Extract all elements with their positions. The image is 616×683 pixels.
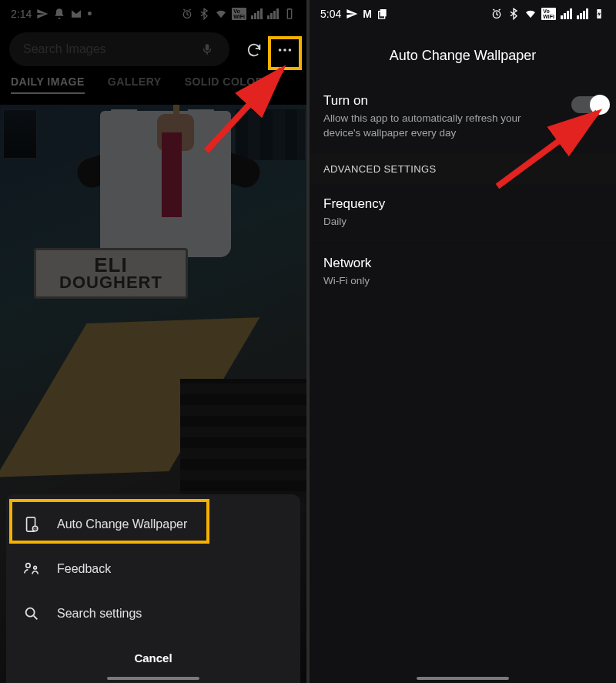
sheet-item-auto-change-wallpaper[interactable]: Auto Change Wallpaper: [6, 502, 300, 547]
status-dot: •: [87, 6, 92, 22]
section-advanced: ADVANCED SETTINGS: [310, 154, 616, 184]
svg-point-9: [34, 566, 37, 569]
search-icon: [23, 605, 40, 622]
signal-icon: [251, 8, 263, 19]
turn-on-toggle[interactable]: [571, 96, 605, 113]
svg-point-8: [26, 564, 31, 568]
search-input[interactable]: [23, 42, 180, 56]
mic-icon[interactable]: [200, 42, 214, 56]
alarm-icon: [490, 8, 503, 20]
svg-rect-1: [287, 9, 291, 18]
wifi-icon: [215, 8, 227, 20]
top-row: [0, 28, 306, 72]
tab-daily-image[interactable]: DAILY IMAGE: [11, 75, 85, 88]
signal-icon-2: [267, 8, 279, 19]
svg-point-4: [283, 49, 286, 52]
tabs: DAILY IMAGE GALLERY SOLID COLOR: [0, 72, 306, 95]
page-title: Auto Change Wallpaper: [310, 28, 616, 81]
svg-point-10: [26, 608, 35, 617]
right-phone: 5:04 M VoWiFi Auto Change Wallpaper Turn…: [310, 0, 616, 683]
svg-rect-2: [289, 8, 291, 9]
mural-window-2: [236, 109, 305, 160]
status-bar: 5:04 M VoWiFi: [310, 0, 616, 28]
vowifi-badge: VoWiFi: [232, 8, 246, 20]
m-icon: M: [363, 8, 372, 20]
feedback-icon: [23, 561, 40, 578]
left-phone: 2:14 • VoWiFi DAIL: [0, 0, 306, 683]
toggle-knob: [590, 95, 610, 115]
row-turn-on[interactable]: Turn on Allow this app to automatically …: [310, 81, 616, 154]
status-bar: 2:14 • VoWiFi: [0, 0, 306, 28]
frequency-title: Frequency: [323, 196, 602, 212]
signal-icon-2: [577, 8, 588, 19]
vowifi-badge: VoWiFi: [541, 8, 556, 20]
svg-rect-12: [380, 9, 387, 16]
signal-icon: [561, 8, 572, 19]
sheet-cancel[interactable]: Cancel: [6, 636, 300, 683]
sheet-item-label: Feedback: [57, 562, 111, 576]
mural-sign: ELIDOUGHERT: [34, 248, 188, 299]
search-bar[interactable]: [9, 32, 229, 66]
tab-solid-color[interactable]: SOLID COLOR: [185, 75, 264, 88]
mail-icon: [70, 8, 82, 20]
svg-point-5: [289, 49, 292, 52]
battery-charging-icon: [593, 8, 605, 20]
status-time: 5:04: [320, 8, 341, 20]
wallpaper-gear-icon: [23, 516, 40, 533]
nav-bar-handle[interactable]: [417, 677, 509, 680]
bluetooth-icon: [507, 8, 520, 20]
refresh-button[interactable]: [239, 33, 270, 67]
send-icon: [346, 8, 358, 20]
frequency-value: Daily: [323, 215, 531, 229]
turn-on-subtitle: Allow this app to automatically refresh …: [323, 112, 531, 141]
bottom-sheet: Auto Change Wallpaper Feedback Search se…: [6, 494, 300, 683]
copy-icon: [377, 8, 389, 20]
bell-icon: [53, 8, 65, 20]
battery-icon: [283, 8, 296, 20]
svg-point-3: [279, 49, 282, 52]
nav-bar-handle[interactable]: [107, 677, 199, 680]
status-time: 2:14: [11, 8, 32, 20]
send-icon: [36, 8, 49, 20]
sheet-item-feedback[interactable]: Feedback: [6, 547, 300, 591]
tab-gallery[interactable]: GALLERY: [108, 75, 162, 88]
svg-point-7: [32, 526, 37, 531]
turn-on-title: Turn on: [323, 93, 602, 109]
bluetooth-icon: [198, 8, 210, 20]
mural-window: [3, 109, 37, 159]
sheet-item-search-settings[interactable]: Search settings: [6, 591, 300, 636]
sheet-item-label: Search settings: [57, 607, 142, 621]
network-value: Wi-Fi only: [323, 274, 531, 289]
network-title: Network: [323, 256, 602, 271]
more-button[interactable]: [270, 33, 300, 67]
row-frequency[interactable]: Frequency Daily: [310, 184, 616, 243]
sheet-item-label: Auto Change Wallpaper: [57, 517, 187, 531]
alarm-icon: [181, 8, 193, 20]
wifi-icon: [524, 8, 537, 20]
row-network[interactable]: Network Wi-Fi only: [310, 243, 616, 302]
